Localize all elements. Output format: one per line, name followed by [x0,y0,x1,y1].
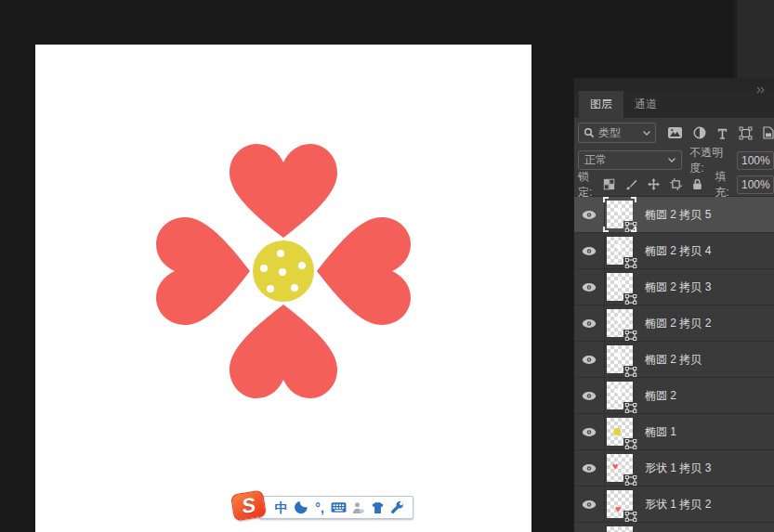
layer-row[interactable]: 椭圆 2 [574,378,774,414]
layer-visibility-eye-icon[interactable] [574,305,605,341]
heart-shape-icon: ♥ [615,504,622,514]
fill-value: 100% [741,178,770,191]
layer-thumbnail[interactable]: ♥ [607,490,633,518]
vector-mask-badge-icon [623,474,637,486]
lock-all-icon[interactable] [692,178,702,190]
toolbox-button[interactable] [388,500,405,516]
soft-keyboard-button[interactable] [331,500,348,516]
ime-toolbar: 中°, S [232,492,452,522]
fullwidth-moon-button[interactable] [292,500,308,516]
panel-dock-header [574,78,774,91]
punctuation-mode-button[interactable]: °, [311,500,328,516]
heart-shape-icon: ♥ [612,461,619,472]
layer-name[interactable]: 椭圆 2 拷贝 2 [645,316,711,331]
lock-position-icon[interactable] [648,178,660,190]
layer-visibility-eye-icon[interactable] [574,414,605,449]
layer-list: 椭圆 2 拷贝 5椭圆 2 拷贝 4椭圆 2 拷贝 3椭圆 2 拷贝 2椭圆 2… [574,197,774,523]
layer-thumbnail[interactable] [607,273,633,301]
layer-visibility-eye-icon[interactable] [574,269,605,305]
layer-name[interactable]: 椭圆 2 拷贝 4 [645,243,711,259]
account-button[interactable] [350,500,367,516]
skin-button[interactable] [370,500,387,516]
adjustment-layers-filter-icon[interactable] [693,126,706,139]
vector-mask-badge-icon [623,257,637,268]
layer-name[interactable]: 椭圆 2 [645,388,676,404]
lock-artboard-icon[interactable] [670,178,682,190]
layer-row[interactable]: 椭圆 2 拷贝 [574,342,774,378]
chevron-down-icon [643,131,650,136]
blend-mode-row: 正常 不透明度: 100% [574,148,774,173]
layer-row[interactable]: 椭圆 2 拷贝 5 [574,197,774,233]
lock-row: 锁定: 填充: 100% [574,173,774,197]
layer-visibility-eye-icon[interactable] [574,487,605,522]
lock-image-pixels-icon[interactable] [625,178,637,190]
layer-row-partial[interactable] [574,523,774,532]
vector-mask-badge-icon [623,366,637,377]
layer-row[interactable]: 椭圆 1 [574,414,774,450]
layers-panel-body: 类型 正常 不透明度: 100% 锁定: 填充: [574,118,774,532]
layer-row[interactable]: 椭圆 2 拷贝 3 [574,269,774,305]
vector-mask-badge-icon [623,330,637,341]
type-layers-filter-icon[interactable] [716,127,728,139]
sogou-logo-icon[interactable]: S [230,489,267,521]
fill-label: 填充: [715,169,734,201]
tab-channels[interactable]: 通道 [623,91,668,118]
smart-object-filter-icon[interactable] [763,126,774,139]
document-canvas[interactable]: 中°, S [35,45,531,532]
layer-row[interactable]: ♥形状 1 拷贝 3 [574,450,774,487]
layer-name[interactable]: 椭圆 2 拷贝 5 [645,207,711,223]
layer-visibility-eye-icon[interactable] [574,342,605,377]
tab-layers[interactable]: 图层 [579,91,623,118]
layer-name[interactable]: 形状 1 拷贝 2 [645,497,711,513]
layer-thumbnail-partial [607,526,633,532]
blend-mode-select[interactable]: 正常 [578,150,682,170]
lock-transparent-pixels-icon[interactable] [603,178,615,190]
layer-thumbnail[interactable] [607,418,633,446]
vector-mask-badge-icon [623,511,637,522]
collapse-panel-icon[interactable] [756,81,765,97]
layer-thumbnail[interactable]: ♥ [607,454,633,482]
collapsed-dock-strip[interactable] [734,0,774,78]
ime-toolbar-bar: 中°, [259,496,413,519]
fill-value-field[interactable]: 100% [737,175,774,194]
layer-name[interactable]: 椭圆 2 拷贝 [645,352,702,368]
blend-mode-value: 正常 [584,152,668,168]
layer-filter-type-label: 类型 [598,125,643,141]
opacity-value-field[interactable]: 100% [737,151,774,170]
vector-mask-badge-icon [623,293,637,305]
shape-layers-filter-icon[interactable] [739,126,753,140]
layer-filter-type-select[interactable]: 类型 [578,123,656,143]
lock-label: 锁定: [578,169,597,201]
layer-visibility-eye-icon[interactable] [574,378,605,413]
layer-row[interactable]: 椭圆 2 拷贝 2 [574,305,774,342]
sogou-logo-letter: S [241,494,257,516]
layer-thumbnail[interactable] [607,345,633,373]
layer-name[interactable]: 椭圆 1 [645,424,676,440]
layer-thumbnail[interactable] [607,382,633,409]
layer-visibility-eye-icon[interactable] [574,450,605,486]
layer-filter-row: 类型 [574,118,774,148]
panel-tabs: 图层通道 [574,91,774,118]
photoshop-window: 中°, S 图层通道 类型 [0,0,774,532]
vector-mask-badge-icon [623,438,637,449]
layers-panel: 图层通道 类型 正常 不透明度: 100% [573,78,774,532]
layer-name[interactable]: 形状 1 拷贝 3 [645,461,711,476]
flower-artwork [35,45,531,532]
chevron-down-icon [668,158,676,162]
layer-thumbnail[interactable] [607,201,633,228]
layer-row[interactable]: ♥形状 1 拷贝 2 [574,487,774,523]
opacity-value: 100% [741,154,770,167]
layer-name[interactable]: 椭圆 2 拷贝 3 [645,279,711,295]
chinese-mode-button[interactable]: 中 [272,500,289,516]
search-icon [584,127,595,138]
layer-visibility-eye-icon[interactable] [574,233,605,268]
layer-thumbnail[interactable] [607,309,633,337]
layer-visibility-eye-icon[interactable] [574,197,605,232]
vector-mask-badge-icon [623,402,637,413]
lock-icons [603,178,702,190]
layer-filter-icons [667,126,774,140]
pixel-layers-filter-icon[interactable] [667,126,683,139]
layer-thumbnail[interactable] [607,237,633,265]
layer-row[interactable]: 椭圆 2 拷贝 4 [574,233,774,269]
